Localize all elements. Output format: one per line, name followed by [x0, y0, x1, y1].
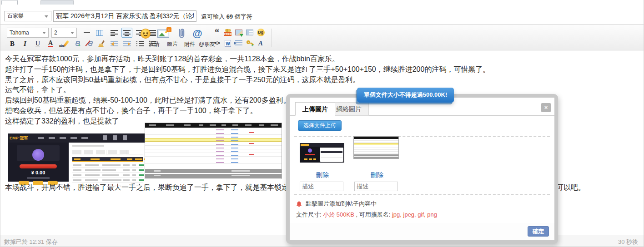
quote-button[interactable]: “ — [212, 28, 221, 36]
align-center-button[interactable] — [121, 28, 132, 38]
underline-button[interactable]: U — [32, 39, 43, 49]
table-footer — [145, 169, 282, 178]
autosave-status-text: 數據已於 12:31 保存 — [4, 238, 58, 246]
browser-tab-stub-active[interactable] — [1, 0, 18, 5]
avatar — [32, 149, 44, 161]
post-paragraph: 想鸣金收兵，但总还是有点不甘心，换个台子，再干了一手100，终于拿下了。 — [5, 106, 257, 116]
highlight-button[interactable]: abc — [58, 39, 69, 49]
styled-a-icon: A — [258, 40, 263, 47]
password-content-button[interactable]: + — [245, 39, 254, 47]
dialog-footer: 確定 — [290, 223, 554, 240]
chars-remaining-count: 69 — [226, 13, 233, 20]
post-paragraph-last-left: 本场战斗，开局不错，胜进输了最大一手之后，果断负追了一手，拿下了，就是基本锁定胜… — [5, 183, 325, 193]
casino-sidebar: ¥ 0.00 — [8, 143, 69, 182]
highlight-pencil-icon: abc — [59, 40, 67, 47]
allowed-extensions-value: jpg, jpeg, gif, png — [392, 211, 437, 218]
unlink-icon — [85, 41, 92, 46]
click-image-notice: 點擊圖片添加到帖子內容中 — [296, 200, 377, 208]
paragraph-flow-button[interactable] — [234, 39, 243, 47]
file-size-limit-tooltip: 單個文件大小不得超過500.00K! — [357, 88, 454, 103]
unlink-button[interactable] — [83, 39, 94, 49]
autosave-countdown-text: 30 秒後 — [618, 238, 638, 246]
choose-file-upload-button[interactable]: 选择文件上传 — [298, 120, 342, 131]
remove-format-button[interactable] — [96, 39, 107, 49]
insert-table-button[interactable] — [94, 28, 105, 38]
post-title-row: 百家樂 還可輸入 69 個字符 — [0, 5, 644, 25]
align-left-button[interactable] — [109, 28, 120, 38]
confirm-button[interactable]: 確定 — [528, 226, 549, 237]
pagebreak-button[interactable] — [245, 28, 254, 36]
horizontal-rule-button[interactable] — [81, 28, 92, 38]
post-paragraph: 起注打了一手150的注码，也是拿下了，于是回到50基码，打胜进负追混合缆，接下来… — [5, 65, 490, 74]
casino-records-panel — [69, 143, 145, 182]
table-icon — [96, 30, 103, 36]
paste-word-button[interactable]: W — [223, 39, 232, 47]
post-paragraph: 今天在冠军存款1000元，参加再存活动，昨天到账了128的首存彩金，一共1128… — [5, 54, 339, 64]
align-left-icon — [111, 30, 118, 36]
uploaded-thumbnail-casino[interactable] — [300, 143, 344, 163]
casino-topbar: EMP·冠军 — [8, 133, 145, 143]
background-color-button[interactable]: Bg — [256, 28, 265, 36]
post-paragraph: 这样搞定了332的盈利，也是提款了 — [5, 117, 119, 126]
outdent-icon — [111, 41, 118, 47]
uploaded-thumbnail-table[interactable] — [353, 136, 399, 159]
font-family-select[interactable]: Tahoma — [7, 28, 49, 38]
chevron-down-icon — [42, 32, 46, 34]
image-description-input[interactable] — [300, 182, 343, 191]
chevron-down-icon — [70, 32, 74, 34]
post-editor-page: 百家樂 還可輸入 69 個字符 Tahoma 2 B I U — [0, 0, 644, 247]
dashed-divider — [294, 194, 550, 195]
table-header — [145, 123, 282, 128]
bold-button[interactable]: B — [7, 39, 18, 49]
highlighted-row — [145, 138, 282, 142]
balance-text: ¥ 0.00 — [8, 170, 69, 175]
code-button[interactable]: <> — [212, 39, 221, 47]
font-size-select[interactable]: 2 — [51, 28, 77, 38]
tab-upload-image[interactable]: 上傳圖片 — [295, 102, 335, 116]
file-size-hint: 文件尺寸: 小於 500KB , 可用擴展名: jpg, jpeg, gif, … — [296, 211, 437, 219]
font-color-button[interactable]: A — [45, 39, 56, 49]
columns-icon — [246, 30, 253, 35]
insert-attach-image-button[interactable] — [234, 28, 243, 36]
post-title-input[interactable] — [53, 10, 196, 22]
outdent-button[interactable] — [109, 39, 120, 49]
mention-friend-button[interactable]: @ @朋友 — [188, 28, 207, 48]
indent-icon — [123, 41, 131, 47]
delete-image-link[interactable]: 刪除 — [295, 171, 350, 179]
image-description-input[interactable] — [354, 182, 398, 191]
close-icon[interactable]: × — [541, 103, 551, 112]
bell-icon — [296, 201, 302, 207]
styled-text-button[interactable]: A — [256, 39, 265, 47]
image-upload-dialog: 上傳圖片 網絡圖片 × 选择文件上传 刪除 刪除 點擊圖片添 — [286, 94, 558, 244]
browser-tab-stub-inactive[interactable] — [40, 0, 74, 5]
chevron-down-icon — [45, 15, 48, 18]
link-icon: + — [72, 41, 80, 46]
bold-icon: B — [10, 40, 15, 48]
italic-button[interactable]: I — [20, 39, 30, 49]
attachment-button[interactable]: 附件 — [172, 28, 190, 48]
insert-link-button[interactable]: + — [70, 39, 81, 49]
toolbar-separator — [272, 29, 272, 47]
progress-bar — [20, 164, 57, 168]
indent-button[interactable] — [121, 39, 132, 49]
table-rows — [145, 128, 282, 167]
horizontal-rule-icon — [84, 32, 90, 33]
dashed-divider — [294, 136, 550, 137]
content-image-bet-table[interactable] — [145, 123, 282, 179]
background-color-icon: Bg — [257, 29, 265, 36]
category-select[interactable]: 百家樂 — [4, 11, 51, 21]
delete-image-link[interactable]: 刪除 — [350, 171, 404, 179]
align-center-icon — [123, 30, 131, 36]
content-image-casino-dashboard[interactable]: EMP·冠军 ¥ 0.00 — [8, 133, 145, 182]
insert-image-arrow-icon — [235, 30, 242, 35]
at-icon: @ — [192, 28, 202, 40]
free-icon: FREE — [224, 29, 231, 36]
emoticon-button[interactable]: 表情 — [137, 28, 154, 48]
smiley-icon — [141, 29, 151, 39]
paperclip-icon — [177, 28, 186, 41]
free-content-button[interactable]: FREE — [223, 28, 232, 36]
post-paragraph: 黑了之后，原本应该回到50基码重新起缆，但有点不甘心，于是直接干了一手250元的… — [5, 75, 360, 85]
broom-icon — [98, 40, 105, 47]
quote-icon: “ — [215, 26, 219, 38]
insert-image-button[interactable]: i 圖片 — [155, 28, 172, 48]
